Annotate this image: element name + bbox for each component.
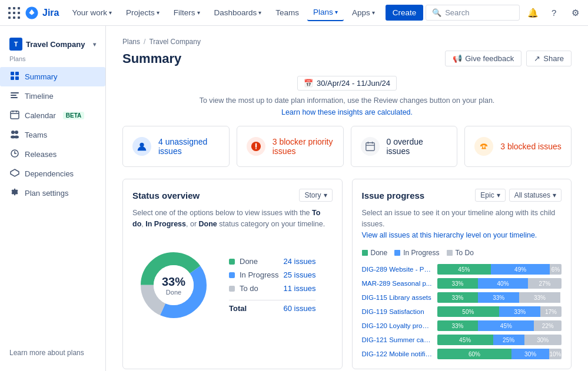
breadcrumb-plans[interactable]: Plans	[122, 38, 140, 46]
bar-done-seg: 33%	[437, 320, 479, 331]
dependencies-icon	[9, 168, 20, 179]
card-blocked[interactable]: 3 blocked issues	[464, 126, 572, 167]
teams-icon	[9, 129, 20, 141]
total-count: 60 issues	[283, 304, 315, 313]
svg-rect-8	[18, 16, 20, 19]
top-navigation: Jira Your work▾ Projects▾ Filters▾ Dashb…	[0, 0, 588, 26]
progress-row-label[interactable]: DIG-289 Website - Product...	[362, 266, 433, 273]
bar-inprogress-seg: 25%	[493, 335, 524, 345]
nav-apps[interactable]: Apps▾	[346, 5, 381, 21]
inprogress-count: 25 issues	[283, 270, 315, 279]
app-logo[interactable]: Jira	[7, 6, 59, 20]
nav-projects[interactable]: Projects▾	[120, 5, 165, 21]
issue-progress-header: Issue progress Epic ▾ All statuses ▾	[362, 189, 562, 202]
inprogress-dot	[229, 272, 235, 278]
bar-todo-seg: 22%	[534, 320, 562, 331]
search-box[interactable]: 🔍 Search	[426, 5, 520, 21]
summary-cards: 4 unassigned issues 3 blocker priority i…	[122, 126, 572, 167]
header-actions: 📢 Give feedback ↗ Share	[445, 51, 572, 66]
progress-row-label[interactable]: DIG-115 Library assets	[362, 294, 433, 301]
sidebar-item-dependencies[interactable]: Dependencies	[0, 164, 105, 183]
topnav-right: 🔍 Search 🔔 ? ⚙	[426, 5, 588, 21]
card-unassigned[interactable]: 4 unassigned issues	[122, 126, 230, 167]
legend-total: Total 60 issues	[229, 300, 315, 313]
blocker-text: 3 blocker priority issues	[273, 137, 334, 156]
plan-settings-icon	[9, 188, 20, 199]
legend-items: Done 24 issues In Progress 25 issues To …	[229, 257, 315, 313]
total-name: Total	[229, 304, 278, 313]
notifications-icon[interactable]: 🔔	[524, 5, 541, 21]
progress-row-label[interactable]: MAR-289 Seasonal p...	[362, 280, 433, 287]
give-feedback-button[interactable]: 📢 Give feedback	[445, 51, 521, 66]
legend-inprogress-item: In Progress	[394, 249, 439, 257]
bar-todo-seg: 17%	[540, 306, 562, 317]
breadcrumb-company[interactable]: Travel Company	[149, 38, 201, 46]
sidebar-company[interactable]: T Travel Company ▾	[0, 33, 105, 55]
nav-teams[interactable]: Teams	[270, 5, 305, 21]
calendar-icon	[9, 110, 20, 121]
bar-done-seg: 60%	[437, 349, 512, 359]
donut-chart: 33% Done	[132, 244, 215, 326]
sidebar-item-releases[interactable]: Releases	[0, 145, 105, 164]
share-button[interactable]: ↗ Share	[526, 51, 572, 66]
nav-your-work[interactable]: Your work▾	[66, 5, 118, 21]
sidebar-item-timeline[interactable]: Timeline	[0, 86, 105, 106]
bar-inprogress-seg: 49%	[491, 264, 550, 275]
date-range-pill[interactable]: 📅 30/Apr/24 - 11/Jun/24	[297, 76, 397, 91]
progress-bar: 45%49%6%	[437, 264, 562, 275]
sidebar-item-summary[interactable]: Summary	[0, 67, 105, 86]
all-statuses-select[interactable]: All statuses ▾	[509, 189, 562, 202]
done-dot	[229, 259, 235, 265]
status-overview-panel: Status overview Story ▾ Select one of th…	[122, 179, 343, 369]
svg-rect-0	[8, 7, 11, 9]
search-placeholder: Search	[445, 8, 469, 17]
releases-label: Releases	[25, 150, 57, 159]
nav-dashboards[interactable]: Dashboards▾	[208, 5, 268, 21]
sidebar-item-plan-settings[interactable]: Plan settings	[0, 183, 105, 203]
beta-badge: BETA	[63, 112, 84, 119]
done-name: Done	[240, 257, 278, 266]
company-name: Travel Company	[26, 40, 85, 49]
jira-logo-icon	[25, 6, 39, 20]
progress-row-label[interactable]: DIG-119 Satisfaction	[362, 308, 433, 315]
story-select[interactable]: Story ▾	[299, 189, 332, 202]
svg-rect-7	[13, 16, 15, 19]
nav-plans[interactable]: Plans▾	[307, 4, 344, 21]
learn-more-link[interactable]: Learn more about plans	[0, 342, 105, 364]
progress-row-label[interactable]: DIG-122 Mobile notifica...	[362, 350, 433, 357]
settings-icon[interactable]: ⚙	[567, 5, 583, 21]
progress-row-label[interactable]: DIG-120 Loyalty program	[362, 322, 433, 329]
bar-done-seg: 33%	[437, 278, 479, 289]
date-range-text: 30/Apr/24 - 11/Jun/24	[317, 79, 390, 88]
legend-inprogress: In Progress 25 issues	[229, 270, 315, 279]
bar-todo-seg: 27%	[528, 278, 562, 289]
todo-dot	[229, 286, 235, 292]
blocked-text: 3 blocked issues	[500, 142, 562, 151]
bar-inprogress-seg: 33%	[478, 292, 519, 303]
bar-done-seg: 45%	[437, 264, 491, 275]
info-text: To view the most up to date plan informa…	[122, 96, 572, 105]
epic-select[interactable]: Epic ▾	[475, 189, 505, 202]
svg-rect-6	[8, 16, 11, 19]
inprogress-name: In Progress	[240, 270, 278, 279]
progress-bar: 45%25%30%	[437, 335, 562, 345]
learn-insights-link[interactable]: Learn how these insights are calculated.	[281, 108, 413, 116]
grid-icon	[7, 6, 21, 20]
header-selects: Epic ▾ All statuses ▾	[475, 189, 562, 202]
legend-todo-item: To Do	[447, 249, 474, 257]
svg-rect-18	[11, 97, 18, 98]
progress-row-label[interactable]: DIG-121 Summer camp...	[362, 336, 433, 343]
card-blocker[interactable]: 3 blocker priority issues	[237, 126, 344, 167]
progress-row: DIG-122 Mobile notifica...60%30%10%	[362, 349, 562, 359]
view-all-link[interactable]: View all issues at this hierarchy level …	[362, 231, 537, 239]
card-overdue[interactable]: 0 overdue issues	[351, 126, 458, 167]
create-button[interactable]: Create	[386, 5, 424, 21]
sidebar-item-teams[interactable]: Teams	[0, 125, 105, 145]
help-icon[interactable]: ?	[546, 5, 562, 21]
sidebar-item-calendar[interactable]: Calendar BETA	[0, 106, 105, 125]
donut-svg	[132, 244, 215, 326]
bar-inprogress-seg: 33%	[499, 306, 540, 317]
nav-filters[interactable]: Filters▾	[168, 5, 206, 21]
bar-todo-seg: 6%	[550, 264, 562, 275]
sidebar: T Travel Company ▾ Plans Summary Timelin…	[0, 26, 106, 371]
